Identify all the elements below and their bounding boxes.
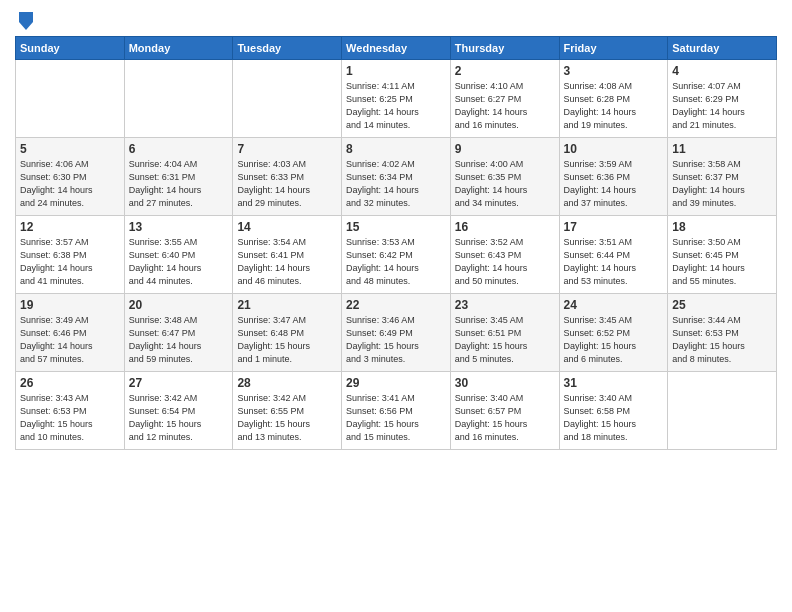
calendar-cell: 2Sunrise: 4:10 AM Sunset: 6:27 PM Daylig…: [450, 60, 559, 138]
day-number: 29: [346, 376, 446, 390]
day-number: 7: [237, 142, 337, 156]
day-number: 8: [346, 142, 446, 156]
calendar-cell: 10Sunrise: 3:59 AM Sunset: 6:36 PM Dayli…: [559, 138, 668, 216]
day-number: 1: [346, 64, 446, 78]
day-info: Sunrise: 3:49 AM Sunset: 6:46 PM Dayligh…: [20, 314, 120, 366]
day-number: 16: [455, 220, 555, 234]
calendar-cell: [16, 60, 125, 138]
day-number: 13: [129, 220, 229, 234]
day-number: 17: [564, 220, 664, 234]
calendar-week-row: 19Sunrise: 3:49 AM Sunset: 6:46 PM Dayli…: [16, 294, 777, 372]
day-number: 23: [455, 298, 555, 312]
calendar-cell: 13Sunrise: 3:55 AM Sunset: 6:40 PM Dayli…: [124, 216, 233, 294]
calendar-cell: 30Sunrise: 3:40 AM Sunset: 6:57 PM Dayli…: [450, 372, 559, 450]
calendar-cell: 23Sunrise: 3:45 AM Sunset: 6:51 PM Dayli…: [450, 294, 559, 372]
calendar-cell: 15Sunrise: 3:53 AM Sunset: 6:42 PM Dayli…: [342, 216, 451, 294]
calendar-cell: 3Sunrise: 4:08 AM Sunset: 6:28 PM Daylig…: [559, 60, 668, 138]
day-number: 19: [20, 298, 120, 312]
page: SundayMondayTuesdayWednesdayThursdayFrid…: [0, 0, 792, 612]
day-number: 4: [672, 64, 772, 78]
calendar-cell: 27Sunrise: 3:42 AM Sunset: 6:54 PM Dayli…: [124, 372, 233, 450]
weekday-header: Sunday: [16, 37, 125, 60]
day-info: Sunrise: 4:08 AM Sunset: 6:28 PM Dayligh…: [564, 80, 664, 132]
day-info: Sunrise: 3:54 AM Sunset: 6:41 PM Dayligh…: [237, 236, 337, 288]
logo-icon: [17, 10, 35, 32]
day-info: Sunrise: 3:42 AM Sunset: 6:54 PM Dayligh…: [129, 392, 229, 444]
calendar-cell: 28Sunrise: 3:42 AM Sunset: 6:55 PM Dayli…: [233, 372, 342, 450]
logo: [15, 10, 35, 28]
calendar-cell: 11Sunrise: 3:58 AM Sunset: 6:37 PM Dayli…: [668, 138, 777, 216]
weekday-header: Saturday: [668, 37, 777, 60]
day-info: Sunrise: 3:44 AM Sunset: 6:53 PM Dayligh…: [672, 314, 772, 366]
day-info: Sunrise: 3:48 AM Sunset: 6:47 PM Dayligh…: [129, 314, 229, 366]
calendar-week-row: 12Sunrise: 3:57 AM Sunset: 6:38 PM Dayli…: [16, 216, 777, 294]
day-number: 27: [129, 376, 229, 390]
calendar-cell: 26Sunrise: 3:43 AM Sunset: 6:53 PM Dayli…: [16, 372, 125, 450]
header: [15, 10, 777, 28]
day-info: Sunrise: 3:42 AM Sunset: 6:55 PM Dayligh…: [237, 392, 337, 444]
day-info: Sunrise: 4:02 AM Sunset: 6:34 PM Dayligh…: [346, 158, 446, 210]
calendar-cell: [124, 60, 233, 138]
day-number: 30: [455, 376, 555, 390]
calendar-cell: 1Sunrise: 4:11 AM Sunset: 6:25 PM Daylig…: [342, 60, 451, 138]
weekday-header: Wednesday: [342, 37, 451, 60]
weekday-header: Friday: [559, 37, 668, 60]
day-number: 12: [20, 220, 120, 234]
day-number: 26: [20, 376, 120, 390]
svg-marker-0: [19, 12, 33, 30]
day-info: Sunrise: 4:10 AM Sunset: 6:27 PM Dayligh…: [455, 80, 555, 132]
day-info: Sunrise: 3:58 AM Sunset: 6:37 PM Dayligh…: [672, 158, 772, 210]
day-info: Sunrise: 3:47 AM Sunset: 6:48 PM Dayligh…: [237, 314, 337, 366]
calendar-cell: 4Sunrise: 4:07 AM Sunset: 6:29 PM Daylig…: [668, 60, 777, 138]
calendar-cell: 19Sunrise: 3:49 AM Sunset: 6:46 PM Dayli…: [16, 294, 125, 372]
day-number: 9: [455, 142, 555, 156]
day-number: 5: [20, 142, 120, 156]
calendar-cell: 29Sunrise: 3:41 AM Sunset: 6:56 PM Dayli…: [342, 372, 451, 450]
day-number: 10: [564, 142, 664, 156]
calendar-cell: 17Sunrise: 3:51 AM Sunset: 6:44 PM Dayli…: [559, 216, 668, 294]
day-number: 3: [564, 64, 664, 78]
day-info: Sunrise: 3:52 AM Sunset: 6:43 PM Dayligh…: [455, 236, 555, 288]
calendar-cell: 7Sunrise: 4:03 AM Sunset: 6:33 PM Daylig…: [233, 138, 342, 216]
day-number: 6: [129, 142, 229, 156]
day-number: 14: [237, 220, 337, 234]
calendar-cell: [668, 372, 777, 450]
calendar-cell: 21Sunrise: 3:47 AM Sunset: 6:48 PM Dayli…: [233, 294, 342, 372]
calendar-week-row: 26Sunrise: 3:43 AM Sunset: 6:53 PM Dayli…: [16, 372, 777, 450]
day-info: Sunrise: 4:06 AM Sunset: 6:30 PM Dayligh…: [20, 158, 120, 210]
day-number: 22: [346, 298, 446, 312]
day-info: Sunrise: 4:00 AM Sunset: 6:35 PM Dayligh…: [455, 158, 555, 210]
calendar-week-row: 1Sunrise: 4:11 AM Sunset: 6:25 PM Daylig…: [16, 60, 777, 138]
calendar-cell: 18Sunrise: 3:50 AM Sunset: 6:45 PM Dayli…: [668, 216, 777, 294]
day-info: Sunrise: 4:03 AM Sunset: 6:33 PM Dayligh…: [237, 158, 337, 210]
day-info: Sunrise: 3:57 AM Sunset: 6:38 PM Dayligh…: [20, 236, 120, 288]
day-info: Sunrise: 4:07 AM Sunset: 6:29 PM Dayligh…: [672, 80, 772, 132]
day-info: Sunrise: 3:45 AM Sunset: 6:52 PM Dayligh…: [564, 314, 664, 366]
day-info: Sunrise: 3:43 AM Sunset: 6:53 PM Dayligh…: [20, 392, 120, 444]
day-info: Sunrise: 3:45 AM Sunset: 6:51 PM Dayligh…: [455, 314, 555, 366]
day-info: Sunrise: 3:46 AM Sunset: 6:49 PM Dayligh…: [346, 314, 446, 366]
calendar-cell: 9Sunrise: 4:00 AM Sunset: 6:35 PM Daylig…: [450, 138, 559, 216]
day-number: 24: [564, 298, 664, 312]
day-info: Sunrise: 3:50 AM Sunset: 6:45 PM Dayligh…: [672, 236, 772, 288]
day-info: Sunrise: 3:40 AM Sunset: 6:57 PM Dayligh…: [455, 392, 555, 444]
weekday-header: Thursday: [450, 37, 559, 60]
day-number: 31: [564, 376, 664, 390]
day-info: Sunrise: 3:51 AM Sunset: 6:44 PM Dayligh…: [564, 236, 664, 288]
weekday-header: Monday: [124, 37, 233, 60]
day-info: Sunrise: 3:55 AM Sunset: 6:40 PM Dayligh…: [129, 236, 229, 288]
calendar-cell: 22Sunrise: 3:46 AM Sunset: 6:49 PM Dayli…: [342, 294, 451, 372]
calendar-cell: 14Sunrise: 3:54 AM Sunset: 6:41 PM Dayli…: [233, 216, 342, 294]
calendar-table: SundayMondayTuesdayWednesdayThursdayFrid…: [15, 36, 777, 450]
calendar-cell: 16Sunrise: 3:52 AM Sunset: 6:43 PM Dayli…: [450, 216, 559, 294]
day-number: 11: [672, 142, 772, 156]
day-number: 2: [455, 64, 555, 78]
calendar-cell: 5Sunrise: 4:06 AM Sunset: 6:30 PM Daylig…: [16, 138, 125, 216]
day-number: 28: [237, 376, 337, 390]
day-info: Sunrise: 3:59 AM Sunset: 6:36 PM Dayligh…: [564, 158, 664, 210]
day-info: Sunrise: 4:04 AM Sunset: 6:31 PM Dayligh…: [129, 158, 229, 210]
calendar-cell: 24Sunrise: 3:45 AM Sunset: 6:52 PM Dayli…: [559, 294, 668, 372]
day-info: Sunrise: 4:11 AM Sunset: 6:25 PM Dayligh…: [346, 80, 446, 132]
day-number: 20: [129, 298, 229, 312]
calendar-cell: 6Sunrise: 4:04 AM Sunset: 6:31 PM Daylig…: [124, 138, 233, 216]
